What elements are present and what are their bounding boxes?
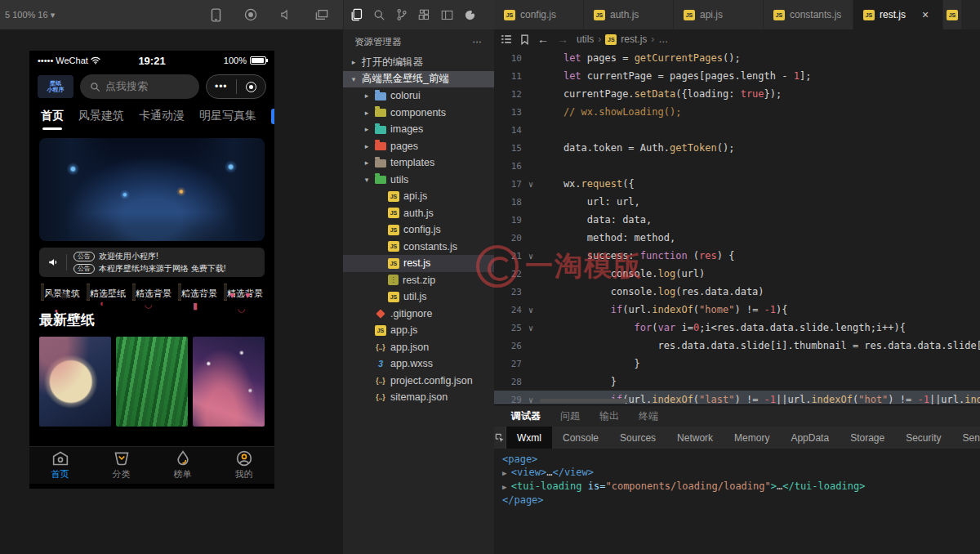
device-selector[interactable]: 5 100% 16 ▾ [5,10,55,20]
chevron-collapsed-icon[interactable]: ▸ [350,58,358,66]
record-icon[interactable] [244,8,257,22]
phone-tab-风景建筑[interactable]: 风景建筑 [78,109,124,123]
code-line-18[interactable]: 18 url: url, [494,193,980,211]
fold-chevron-icon[interactable]: ∨ [522,252,540,261]
tree-item-app.wxss[interactable]: 3app.wxss [343,355,494,373]
outline-list-icon[interactable] [501,34,512,44]
code-line-22[interactable]: 22 console.log(url) [494,265,980,283]
tree-item-colorui[interactable]: ▸colorui [343,87,494,105]
devtools-tab-AppData[interactable]: AppData [780,427,840,449]
tree-item-util.js[interactable]: JSutil.js [343,288,494,306]
code-line-20[interactable]: 20 method: method, [494,229,980,247]
category-item-风景建筑[interactable]: >◉▪风景建筑 [39,285,82,300]
close-tab-icon[interactable]: × [922,8,929,21]
devtools-tab-Sources[interactable]: Sources [609,427,666,449]
tree-item-config.js[interactable]: JSconfig.js [343,221,494,239]
phone-tab-明星写真集[interactable]: 明星写真集 [199,109,256,123]
files-icon[interactable] [350,8,363,21]
phone-tab-卡通动漫[interactable]: 卡通动漫 [139,109,185,123]
code-line-19[interactable]: 19 data: data, [494,211,980,229]
devtools-tab-Console[interactable]: Console [552,427,609,449]
tree-item-sitemap.json[interactable]: {..}sitemap.json [343,389,494,406]
chevron-collapsed-icon[interactable]: ▸ [363,125,371,133]
devtools-tab-Storage[interactable]: Storage [840,427,895,449]
chevron-collapsed-icon[interactable]: ▸ [363,142,371,150]
devtools-tab-Sensor[interactable]: Sensor [952,427,980,449]
breadcrumb-segment[interactable]: rest.js [621,34,647,45]
wxml-node[interactable]: ▶ <tui-loading is="components/loading/lo… [502,480,972,494]
wxml-node[interactable]: <page> [502,453,972,466]
devtools-tab-Memory[interactable]: Memory [724,427,780,449]
tree-item-高端黑金壁纸_前端[interactable]: ▾高端黑金壁纸_前端 [343,71,494,88]
devtools-tab-Security[interactable]: Security [895,427,951,449]
search-input[interactable]: 点我搜索 [80,74,199,99]
editor-tab-rest.js[interactable]: JSrest.js× [853,0,943,29]
more-categories-badge[interactable]: ·更多分类· [271,109,274,124]
git-branch-icon[interactable] [396,8,408,21]
more-actions-icon[interactable]: ⋯ [473,36,483,47]
editor-tab-api.js[interactable]: JSapi.js [674,0,764,29]
phone-icon[interactable] [211,8,221,22]
multi-window-icon[interactable] [315,8,328,22]
tabbar-item-分类[interactable]: 分类 [91,447,152,484]
nav-back-button[interactable]: ← [537,33,549,46]
code-line-24[interactable]: 24∨ if(url.indexOf("home") != -1){ [494,301,980,319]
chevron-expanded-icon[interactable]: ▾ [363,176,371,184]
tree-item-templates[interactable]: ▸templates [343,154,494,172]
code-line-12[interactable]: 12 currentPage.setData({loading: true}); [494,85,980,103]
chevron-collapsed-icon[interactable]: ▸ [363,159,371,167]
code-editor[interactable]: 10 let pages = getCurrentPages();11 let … [494,49,980,404]
code-line-13[interactable]: 13 // wx.showLoading(); [494,103,980,121]
horizontal-scrollbar[interactable] [540,399,628,403]
tree-item-auth.js[interactable]: JSauth.js [343,205,494,222]
editor-tab-config.js[interactable]: JSconfig.js [494,0,584,29]
tree-item-api.js[interactable]: JSapi.js [343,188,494,205]
tree-item-打开的编辑器[interactable]: ▸打开的编辑器 [343,54,494,71]
tabbar-item-首页[interactable]: 首页 [29,447,91,484]
notice-bar[interactable]: 公告欢迎使用小程序!公告本程序壁纸均来源于网络 免费下载! [39,248,265,277]
fold-chevron-icon[interactable]: ∨ [522,395,540,404]
breadcrumb-segment[interactable]: utils [577,34,594,45]
editor-tab-auth.js[interactable]: JSauth.js [584,0,674,29]
tree-item-constants.js[interactable]: JSconstants.js [343,239,494,256]
tree-item-app.json[interactable]: {..}app.json [343,339,494,356]
devtools-tab-Wxml[interactable]: Wxml [506,427,552,449]
editor-tab-constants.js[interactable]: JSconstants.js [764,0,853,29]
code-line-27[interactable]: 27 } [494,355,980,373]
fold-chevron-icon[interactable]: ∨ [522,306,540,315]
chevron-collapsed-icon[interactable]: ▸ [363,109,371,117]
debugger-tab-终端[interactable]: 终端 [630,409,667,423]
speaker-icon[interactable] [280,8,292,22]
tree-item-utils[interactable]: ▾utils [343,172,494,189]
breadcrumb-path[interactable]: utils›JSrest.js›… [577,34,668,45]
aurora-wallpaper[interactable] [193,337,265,427]
chevron-expanded-icon[interactable]: ▾ [350,75,358,83]
code-line-28[interactable]: 28 } [494,373,980,391]
tabbar-item-我的[interactable]: 我的 [213,447,274,484]
wxml-node[interactable]: ▶ <view>…</view> [502,466,972,480]
tree-item-pages[interactable]: ▸pages [343,138,494,155]
category-item-精选背景[interactable]: ♥♥◡精选背景 [222,285,265,300]
code-line-14[interactable]: 14 [494,121,980,139]
search-icon[interactable] [373,9,385,21]
extensions-icon[interactable] [418,9,430,21]
fold-chevron-icon[interactable]: ∨ [522,324,540,333]
devtools-tab-Network[interactable]: Network [666,427,724,449]
wxml-tree[interactable]: <page>▶ <view>…</view>▶ <tui-loading is=… [494,449,980,554]
code-line-26[interactable]: 26 res.data.data.slide[i].thumbnail = re… [494,337,980,355]
phone-tab-首页[interactable]: 首页 [41,109,64,123]
tree-item-rest.zip[interactable]: ⋮rest.zip [343,272,494,289]
featured-banner[interactable] [39,138,265,241]
debugger-tab-调试器[interactable]: 调试器 [502,409,550,423]
code-line-11[interactable]: 11 let currentPage = pages[pages.length … [494,67,980,85]
code-line-10[interactable]: 10 let pages = getCurrentPages(); [494,49,980,67]
code-line-21[interactable]: 21∨ success: function (res) { [494,247,980,265]
debugger-tab-输出[interactable]: 输出 [590,409,628,423]
nav-forward-button[interactable]: → [557,33,568,46]
layout-icon[interactable] [441,10,453,20]
tree-item-rest.js[interactable]: JSrest.js [343,255,494,272]
hand-icon[interactable] [464,9,476,21]
code-line-17[interactable]: 17∨ wx.request({ [494,175,980,193]
tree-item-app.js[interactable]: JSapp.js [343,322,494,339]
category-item-精选背景[interactable]: ◡◡◡精选背景 [131,285,173,300]
